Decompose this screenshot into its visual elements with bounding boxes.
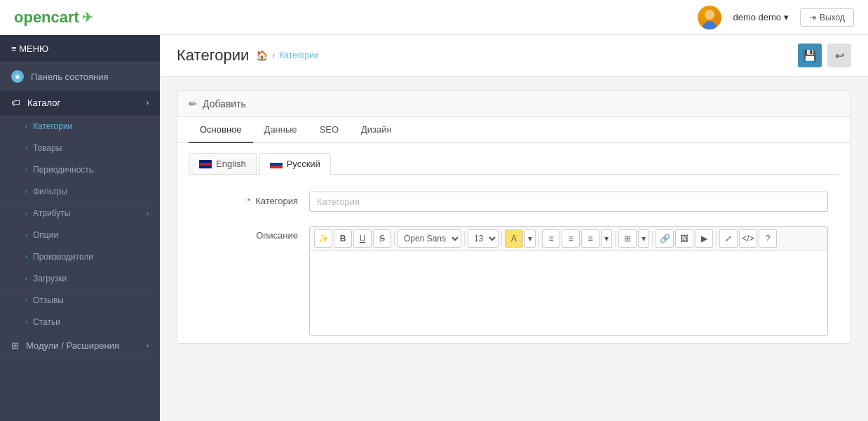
description-field-group: Описание ✨ B U S Open S — [189, 219, 839, 343]
logo-cart-icon: ✈ — [82, 10, 93, 25]
toolbar-strikethrough-button[interactable]: S — [373, 229, 391, 248]
sidebar-item-label: Модули / Расширения — [26, 340, 119, 351]
logout-button[interactable]: ⇥ Выход — [800, 8, 854, 27]
toolbar-unordered-list-button[interactable]: ≡ — [542, 229, 560, 248]
arrow-icon: › — [25, 275, 27, 282]
toolbar-align-button[interactable]: ≡ — [581, 229, 599, 248]
logo-text: opencart — [14, 8, 79, 27]
sidebar: ≡ МЕНЮ ◉ Панель состояния 🏷 Каталог › › … — [0, 35, 160, 421]
toolbar-source-button[interactable]: </> — [739, 229, 757, 248]
flag-ru-icon — [270, 160, 283, 168]
sidebar-item-options[interactable]: › Опции — [0, 225, 160, 246]
sidebar-item-label: Атрибуты — [33, 208, 70, 218]
edit-icon: ✏ — [189, 98, 197, 109]
toolbar-color-button[interactable]: A — [505, 229, 523, 248]
sidebar-item-catalog[interactable]: 🏷 Каталог › — [0, 91, 160, 116]
toolbar-underline-button[interactable]: U — [353, 229, 372, 248]
arrow-icon: › — [25, 297, 27, 304]
sidebar-item-label: Каталог — [27, 98, 60, 108]
arrow-icon: › — [25, 123, 27, 130]
editor-body[interactable] — [310, 251, 827, 335]
chevron-right-icon: › — [147, 342, 149, 349]
sidebar-item-label: Периодичность — [33, 165, 93, 175]
page-header: Категории 🏠 › Категории 💾 ↩ — [160, 35, 868, 76]
chevron-right-icon: › — [147, 99, 149, 107]
toolbar-separator-5 — [615, 232, 616, 246]
save-button[interactable]: 💾 — [798, 44, 822, 67]
home-icon[interactable]: 🏠 — [256, 50, 268, 61]
tab-design[interactable]: Дизайн — [350, 117, 403, 143]
toolbar-media-button[interactable]: ▶ — [695, 229, 713, 248]
toolbar-separator-7 — [716, 232, 717, 246]
toolbar-align-dropdown-button[interactable]: ▾ — [601, 229, 612, 248]
arrow-icon: › — [25, 166, 27, 173]
sidebar-item-label: Панель состояния — [31, 72, 108, 82]
lang-tab-russian[interactable]: Русский — [259, 153, 331, 174]
sidebar-item-attributes[interactable]: › Атрибуты › — [0, 203, 160, 225]
page-title-area: Категории 🏠 › Категории — [177, 46, 319, 65]
toolbar-font-select[interactable]: Open Sans — [398, 229, 461, 248]
avatar — [698, 6, 721, 29]
sidebar-item-label: Фильтры — [33, 187, 67, 196]
sidebar-item-products[interactable]: › Товары — [0, 138, 160, 159]
sidebar-item-label: Опции — [33, 230, 58, 240]
toolbar-size-select[interactable]: 13 — [468, 229, 499, 248]
category-field-group: * Категория — [189, 185, 839, 219]
chevron-right-icon: › — [147, 210, 149, 218]
arrow-icon: › — [25, 210, 27, 217]
sidebar-item-manufacturers[interactable]: › Производители — [0, 246, 160, 268]
toolbar-link-button[interactable]: 🔗 — [656, 229, 674, 248]
chevron-down-icon: ▾ — [784, 12, 789, 22]
sidebar-item-categories[interactable]: › Категории — [0, 116, 160, 138]
toolbar-separator-6 — [652, 232, 653, 246]
arrow-icon: › — [25, 232, 27, 239]
toolbar-ordered-list-button[interactable]: ≡ — [562, 229, 580, 248]
toolbar-table-dropdown-button[interactable]: ▾ — [638, 229, 649, 248]
tab-main[interactable]: Основное — [189, 117, 253, 143]
tab-seo[interactable]: SEO — [308, 117, 350, 143]
toolbar-fullscreen-button[interactable]: ⤢ — [719, 229, 738, 248]
sidebar-item-label: Загрузки — [33, 274, 67, 283]
toolbar-sparkle-button[interactable]: ✨ — [314, 229, 332, 248]
arrow-icon: › — [25, 319, 27, 326]
main-layout: ≡ МЕНЮ ◉ Панель состояния 🏷 Каталог › › … — [0, 35, 868, 421]
sidebar-item-reviews[interactable]: › Отзывы — [0, 290, 160, 312]
sidebar-item-recurring[interactable]: › Периодичность — [0, 159, 160, 181]
flag-en-icon — [199, 160, 212, 168]
toolbar-image-button[interactable]: 🖼 — [675, 229, 693, 248]
sidebar-item-label: Производители — [33, 252, 93, 262]
toolbar-help-button[interactable]: ? — [759, 229, 777, 248]
user-name[interactable]: demo demo ▾ — [733, 12, 789, 22]
breadcrumb-current[interactable]: Категории — [279, 51, 318, 60]
header-right: demo demo ▾ ⇥ Выход — [698, 6, 854, 29]
sidebar-item-dashboard[interactable]: ◉ Панель состояния — [0, 63, 160, 91]
sidebar-item-label: Категории — [33, 121, 72, 131]
puzzle-icon: ⊞ — [11, 340, 19, 351]
back-button[interactable]: ↩ — [827, 44, 851, 67]
page-content: ✏ Добавить Основное Данные SEO Дизайн — [160, 76, 868, 421]
description-label: Описание — [200, 226, 298, 241]
toolbar-separator-1 — [394, 232, 395, 246]
lang-tab-label: English — [216, 159, 246, 169]
sidebar-item-filters[interactable]: › Фильтры — [0, 181, 160, 203]
lang-tab-content: * Категория Описание — [189, 174, 839, 343]
sidebar-item-articles[interactable]: › Статьи — [0, 312, 160, 333]
logout-icon: ⇥ — [809, 13, 816, 22]
sidebar-item-modules[interactable]: ⊞ Модули / Расширения › — [0, 333, 160, 359]
lang-tab-english[interactable]: English — [189, 153, 257, 174]
toolbar-bold-button[interactable]: B — [334, 229, 352, 248]
breadcrumb-separator: › — [272, 51, 275, 60]
sidebar-item-label: Отзывы — [33, 295, 64, 305]
sidebar-item-downloads[interactable]: › Загрузки — [0, 268, 160, 290]
sidebar-item-label: Статьи — [33, 317, 60, 327]
arrow-icon: › — [25, 188, 27, 195]
toolbar-color-dropdown-button[interactable]: ▾ — [524, 229, 536, 248]
page-title: Категории — [177, 46, 249, 65]
tab-data[interactable]: Данные — [253, 117, 308, 143]
editor-container: ✨ B U S Open Sans — [309, 226, 828, 336]
toolbar-separator-3 — [501, 232, 502, 246]
category-input[interactable] — [309, 192, 828, 212]
toolbar-table-button[interactable]: ⊞ — [618, 229, 637, 248]
lang-tab-label: Русский — [287, 159, 320, 169]
toolbar-separator-2 — [464, 232, 465, 246]
